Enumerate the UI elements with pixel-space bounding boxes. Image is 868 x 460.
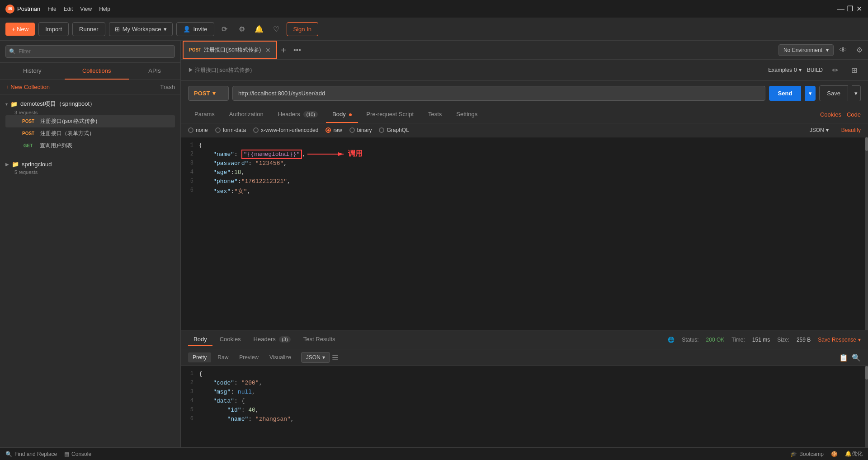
search-input[interactable] [5, 45, 175, 58]
invite-button[interactable]: 👤 Invite [176, 22, 214, 36]
body-type-form-data[interactable]: form-data [215, 127, 246, 133]
method-selector[interactable]: POST ▾ [188, 86, 229, 101]
content-area: POST 注册接口(json格式传参) ✕ + ••• No Environme… [181, 41, 868, 447]
new-button[interactable]: + New [5, 23, 35, 36]
workspace-label: My Workspace [123, 26, 161, 33]
tab-settings[interactable]: Settings [450, 106, 484, 123]
trash-button[interactable]: Trash [160, 84, 175, 90]
split-view-icon[interactable]: ⊞ [847, 63, 861, 77]
request-item-register-form[interactable]: POST 注册接口（表单方式） [5, 127, 175, 140]
tab-headers[interactable]: Headers (10) [272, 106, 324, 123]
request-item-register-json[interactable]: POST 注册接口(json格式传参) [5, 115, 175, 127]
examples-label: Examples [768, 67, 792, 73]
workspace-button[interactable]: ⊞ My Workspace ▾ [109, 22, 173, 36]
bottom-right: 🎓 Bootcamp 🍪 🔔优化 [790, 450, 863, 458]
import-button[interactable]: Import [38, 22, 69, 36]
scrollbar-track[interactable] [865, 137, 868, 330]
tab-params[interactable]: Params [188, 106, 221, 123]
beautify-button[interactable]: Beautify [841, 127, 861, 133]
send-button[interactable]: Send [769, 86, 802, 101]
body-type-none[interactable]: none [188, 127, 208, 133]
close-button[interactable]: ✕ [855, 6, 863, 12]
more-tabs-button[interactable]: ••• [290, 46, 305, 54]
copy-icon[interactable]: 📋 [839, 353, 848, 362]
menu-help[interactable]: Help [99, 6, 110, 12]
tab-collections[interactable]: Collections [65, 63, 129, 80]
response-tab-headers[interactable]: Headers (3) [248, 333, 296, 346]
cookie-icon: 🍪 [831, 451, 838, 457]
body-type-graphql[interactable]: GraphQL [379, 127, 409, 133]
tab-prerequest[interactable]: Pre-request Script [360, 106, 420, 123]
json-format-dropdown[interactable]: JSON ▾ [810, 127, 829, 133]
cookie-icon-btn[interactable]: 🍪 [831, 451, 838, 457]
tab-body[interactable]: Body [326, 106, 358, 123]
eye-icon[interactable]: 👁 [836, 43, 850, 57]
send-dropdown-button[interactable]: ▾ [805, 86, 816, 101]
new-tab-button[interactable]: + [277, 46, 290, 55]
format-tab-pretty[interactable]: Pretty [188, 352, 211, 362]
tab-close-icon[interactable]: ✕ [265, 47, 271, 54]
tab-authorization[interactable]: Authorization [223, 106, 270, 123]
list-icon[interactable]: ☰ [332, 353, 338, 362]
menu-view[interactable]: View [80, 6, 92, 12]
examples-button[interactable]: Examples 0 ▾ [768, 67, 801, 73]
response-tab-tests[interactable]: Test Results [298, 333, 341, 346]
code-link[interactable]: Code [847, 111, 861, 118]
env-chevron-icon: ▾ [826, 47, 829, 53]
breadcrumb-text: 注册接口(json格式传参) [195, 67, 252, 73]
environment-dropdown[interactable]: No Environment ▾ [778, 44, 834, 56]
body-type-urlencoded[interactable]: x-www-form-urlencoded [253, 127, 318, 133]
cookies-link[interactable]: Cookies [820, 111, 841, 118]
json-chevron-icon: ▾ [826, 127, 829, 133]
runner-button[interactable]: Runner [72, 22, 105, 36]
response-format-dropdown[interactable]: JSON ▾ [301, 352, 330, 363]
collection-header-demotest[interactable]: ▾ 📁 demotest项目（springboot） [5, 98, 175, 110]
settings-env-icon[interactable]: ⚙ [853, 43, 866, 57]
body-type-form-data-label: form-data [223, 127, 246, 133]
collection-requests-count: 3 requests [14, 110, 175, 115]
body-type-none-label: none [196, 127, 208, 133]
notification-icon[interactable]: 🔔 [252, 23, 266, 36]
maximize-button[interactable]: ❐ [846, 6, 854, 12]
code-line-2: 2 "name": "{{nameglobal}}", [181, 151, 868, 160]
save-dropdown-button[interactable]: ▾ [852, 85, 861, 101]
request-item-query-users[interactable]: GET 查询用户列表 [5, 140, 175, 152]
tab-tests[interactable]: Tests [422, 106, 448, 123]
save-response-button[interactable]: Save Response ▾ [818, 337, 861, 343]
format-tab-visualize[interactable]: Visualize [265, 352, 296, 362]
response-header: Body Cookies Headers (3) Test Results 🌐 … [181, 330, 868, 349]
sidebar-content: ▾ 📁 demotest项目（springboot） 3 requests PO… [0, 94, 180, 447]
build-label[interactable]: BUILD [807, 67, 823, 73]
format-tab-raw[interactable]: Raw [213, 352, 233, 362]
console-button[interactable]: ▤ Console [64, 451, 91, 457]
find-replace-button[interactable]: 🔍 Find and Replace [5, 451, 57, 457]
menu-edit[interactable]: Edit [64, 6, 73, 12]
response-scrollbar-track[interactable] [865, 366, 868, 447]
response-tab-cookies[interactable]: Cookies [214, 333, 246, 346]
console-label: Console [71, 451, 91, 457]
collection-header-springcloud[interactable]: ▶ 📁 springcloud [5, 159, 175, 169]
save-button[interactable]: Save [819, 85, 848, 101]
minimize-button[interactable]: — [837, 6, 844, 12]
menu-file[interactable]: File [47, 6, 56, 12]
toolbar-right-icons: ⟳ ⚙ 🔔 ♡ Sign In [218, 22, 318, 36]
sidebar-actions: + New Collection Trash [0, 80, 180, 94]
tab-apis[interactable]: APIs [129, 63, 180, 80]
body-type-binary[interactable]: binary [349, 127, 372, 133]
format-tab-preview[interactable]: Preview [235, 352, 263, 362]
settings-icon[interactable]: ⚙ [235, 23, 249, 36]
search-response-icon[interactable]: 🔍 [852, 353, 861, 362]
edit-icon[interactable]: ✏ [828, 63, 842, 77]
response-tab-body[interactable]: Body [188, 333, 212, 346]
code-editor[interactable]: 1 { 2 "name": "{{nameglobal}}", 3 "passw… [181, 137, 868, 330]
url-input[interactable] [232, 86, 765, 101]
body-type-raw[interactable]: raw [326, 127, 342, 133]
new-collection-button[interactable]: + New Collection [5, 84, 50, 90]
sync-icon[interactable]: ⟳ [218, 23, 231, 36]
tab-history[interactable]: History [0, 63, 65, 80]
heart-icon[interactable]: ♡ [269, 23, 283, 36]
active-tab[interactable]: POST 注册接口(json格式传参) ✕ [183, 41, 277, 59]
signin-button[interactable]: Sign In [287, 22, 318, 36]
notifications-bottom[interactable]: 🔔优化 [845, 450, 863, 458]
bootcamp-button[interactable]: 🎓 Bootcamp [790, 451, 824, 457]
